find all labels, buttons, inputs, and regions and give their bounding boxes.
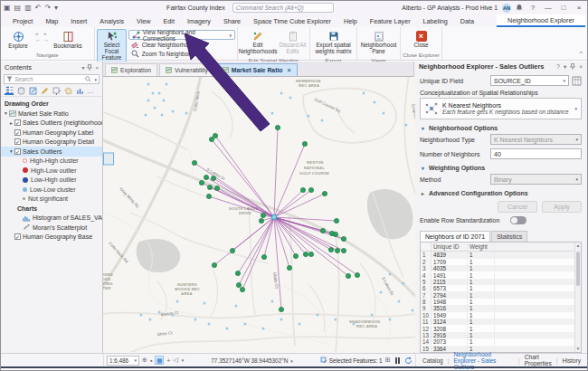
neighbor-point[interactable] — [341, 248, 346, 252]
not-significant-point[interactable] — [380, 291, 383, 294]
not-significant-point[interactable] — [271, 300, 274, 303]
not-significant-point[interactable] — [152, 92, 155, 95]
tree-chart-histogram-of-sales-value[interactable]: Histogram of SALES_VALUE — [1, 214, 102, 224]
tree-layer-human-geography-base[interactable]: ✓Human Geography Base — [1, 233, 102, 243]
neighbor-point[interactable] — [341, 236, 346, 241]
tab-statistics[interactable]: Statistics — [491, 231, 527, 242]
menu-tab-neighborhood-explorer[interactable]: Neighborhood Explorer — [497, 14, 585, 27]
not-significant-point[interactable] — [172, 110, 175, 113]
menu-tab-data[interactable]: Data — [454, 14, 480, 27]
neighbor-point[interactable] — [300, 187, 305, 192]
menu-tab-imagery[interactable]: Imagery — [181, 14, 217, 27]
not-significant-point[interactable] — [374, 101, 376, 104]
neighbor-point[interactable] — [293, 253, 298, 258]
not-significant-point[interactable] — [244, 323, 247, 326]
layer-checkbox[interactable]: ✓ — [14, 129, 21, 136]
expander-icon[interactable]: ▾ — [3, 110, 9, 116]
table-row[interactable]: 340351 — [421, 265, 574, 271]
not-significant-point[interactable] — [166, 83, 168, 86]
not-significant-point[interactable] — [208, 323, 211, 326]
not-significant-point[interactable] — [363, 92, 365, 95]
snapping-grid-icon[interactable]: ▦ — [155, 356, 164, 365]
list-by-snapping-icon[interactable] — [52, 86, 61, 95]
neighborhood-type-select[interactable]: K Nearest Neighbors ▾ — [490, 134, 582, 145]
not-significant-point[interactable] — [154, 107, 156, 109]
layer-checkbox[interactable]: ✓ — [14, 148, 21, 155]
neighbor-point[interactable] — [235, 271, 240, 275]
open-icon[interactable]: ▤ — [14, 4, 22, 12]
notifications-bell-icon[interactable] — [516, 4, 523, 12]
not-significant-point[interactable] — [147, 100, 150, 102]
menu-tab-share[interactable]: Share — [217, 14, 247, 27]
map-scale-select[interactable]: 1:6,486 ▾ — [107, 356, 139, 366]
pin-icon[interactable] — [87, 64, 92, 71]
layer-checkbox[interactable]: ✓ — [14, 138, 21, 145]
layer-checkbox[interactable]: ✓ — [14, 233, 21, 240]
close-window-button[interactable]: × — [574, 4, 584, 12]
method-select[interactable]: Binary ▾ — [490, 174, 582, 185]
list-by-labeling-icon[interactable] — [63, 86, 72, 95]
not-significant-point[interactable] — [147, 83, 150, 86]
neighbor-point[interactable] — [236, 282, 241, 287]
view-neighbors-dropdown[interactable]: View Neighbors and Connections ▾ — [128, 30, 235, 40]
command-search-input[interactable]: Command Search (Alt+Q) — [232, 3, 334, 13]
not-significant-point[interactable] — [140, 314, 143, 317]
scroll-down-icon[interactable]: ▼ — [575, 346, 581, 352]
unique-id-field-select[interactable]: SOURCE_ID ▾ — [490, 75, 569, 86]
bottom-tab-history[interactable]: History — [559, 357, 583, 365]
not-significant-point[interactable] — [280, 319, 283, 321]
not-significant-point[interactable] — [271, 112, 274, 115]
neighbor-point[interactable] — [328, 247, 333, 252]
table-row[interactable]: 148391 — [421, 252, 574, 258]
map-tab-exploration[interactable]: Exploration — [105, 63, 157, 76]
expander-icon[interactable]: ▸ — [8, 120, 14, 126]
section-weighting-options[interactable]: ▾Weighting Options — [420, 165, 582, 171]
neighbor-point[interactable] — [212, 262, 216, 267]
export-weights-button[interactable]: Export spatial weights matrix — [313, 29, 355, 57]
undo-icon[interactable]: ↶ — [35, 4, 42, 12]
map-tab-vulnerability[interactable]: Vulnerability — [159, 63, 214, 76]
table-row[interactable]: 1131241 — [421, 319, 574, 325]
map-canvas[interactable]: NEWBRIDGEREC AREARESTONNATIONALGOLF COUR… — [103, 77, 415, 352]
not-significant-point[interactable] — [226, 328, 229, 330]
tree-layer-sales-outliers[interactable]: ▾✓Sales Outliers — [1, 147, 102, 157]
not-significant-point[interactable] — [149, 319, 152, 321]
not-significant-point[interactable] — [405, 124, 408, 127]
customize-icon[interactable]: ▾ — [54, 4, 58, 12]
neighbor-point[interactable] — [213, 133, 217, 138]
layer-checkbox[interactable]: ✓ — [14, 119, 21, 126]
tree-charts-group[interactable]: Charts — [1, 204, 102, 214]
section-neighborhood-options[interactable]: ▾Neighborhood Options — [420, 125, 582, 131]
not-significant-point[interactable] — [389, 273, 392, 276]
table-row[interactable]: 727941 — [421, 291, 574, 298]
neighbor-point[interactable] — [303, 252, 308, 256]
neighbor-point[interactable] — [261, 254, 266, 259]
number-of-neighbors-input[interactable] — [490, 148, 582, 159]
explore-button[interactable]: Explore — [3, 29, 33, 52]
close-explorer-button[interactable]: × Close — [405, 29, 438, 51]
neighbor-point[interactable] — [355, 272, 359, 277]
menu-tab-help[interactable]: Help — [337, 14, 364, 27]
minimize-button[interactable]: — — [543, 4, 554, 12]
focal-feature[interactable] — [272, 215, 276, 219]
pane-menu-icon[interactable]: ▾ — [564, 63, 566, 71]
neighbor-point[interactable] — [259, 218, 263, 223]
neighbor-point[interactable] — [287, 265, 291, 270]
table-row[interactable]: 1329161 — [421, 332, 574, 338]
menu-tab-project[interactable]: Project — [6, 14, 39, 27]
not-significant-point[interactable] — [321, 119, 324, 122]
attribute-table-icon[interactable]: ⊞ — [385, 357, 391, 364]
selected-features[interactable]: Selected Features: 1 — [320, 357, 383, 364]
map-tab-market-sale-ratio[interactable]: Market Sale Ratio× — [216, 63, 298, 76]
neighborhood-pane-button[interactable]: Neighborhood Pane — [359, 29, 398, 57]
redo-icon[interactable]: ↷ — [44, 4, 51, 12]
table-row[interactable]: 819481 — [421, 299, 574, 305]
neighbor-point[interactable] — [279, 307, 283, 311]
tree-chart-moran-s-scatterplot[interactable]: Moran's Scatterplot — [1, 223, 102, 233]
row-standardization-toggle[interactable] — [510, 216, 526, 224]
not-significant-point[interactable] — [235, 305, 238, 308]
menu-tab-edit[interactable]: Edit — [157, 14, 181, 27]
not-significant-point[interactable] — [289, 97, 292, 100]
neighbor-point[interactable] — [334, 218, 338, 223]
edit-neighborhoods-button[interactable]: Edit Neighborhoods — [240, 29, 276, 57]
